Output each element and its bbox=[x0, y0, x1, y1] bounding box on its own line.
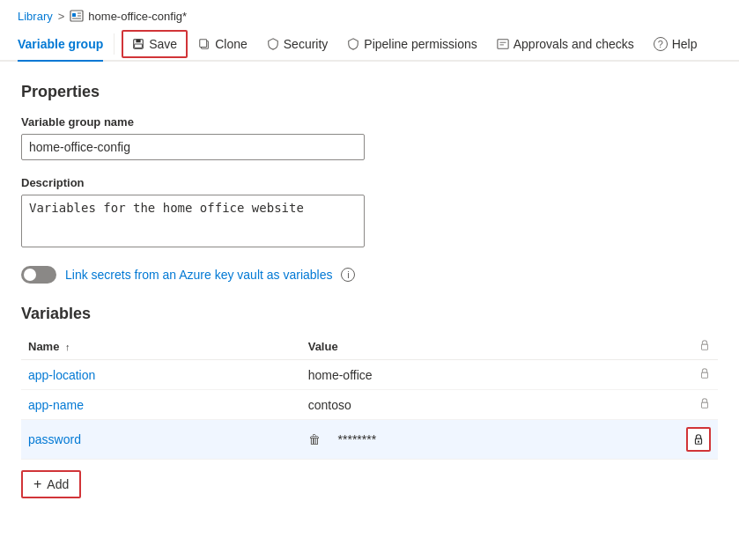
var-name-cell: app-location bbox=[21, 360, 301, 390]
var-value-cell: home-office bbox=[301, 360, 585, 390]
clone-button[interactable]: Clone bbox=[189, 32, 256, 56]
var-name-cell: app-name bbox=[21, 390, 301, 420]
svg-rect-7 bbox=[135, 44, 143, 48]
var-value-cell: 🗑 ******** bbox=[301, 420, 585, 460]
add-icon: + bbox=[33, 477, 41, 491]
lock-icon-inactive bbox=[698, 397, 711, 409]
var-name-link[interactable]: password bbox=[28, 432, 81, 446]
breadcrumb: Library > home-office-config* bbox=[0, 0, 739, 28]
delete-icon[interactable]: 🗑 bbox=[308, 432, 321, 446]
security-button[interactable]: Security bbox=[258, 32, 337, 56]
lock-button[interactable] bbox=[686, 427, 711, 452]
toolbar: Variable group Save Clone Security Pipel… bbox=[0, 28, 739, 62]
breadcrumb-current: home-office-config* bbox=[88, 10, 187, 23]
svg-rect-14 bbox=[702, 372, 708, 378]
approvals-button[interactable]: Approvals and checks bbox=[488, 32, 643, 56]
table-row: password 🗑 ******** bbox=[21, 420, 718, 460]
table-row: app-location home-office bbox=[21, 360, 718, 390]
toggle-row: Link secrets from an Azure key vault as … bbox=[21, 266, 718, 284]
name-field-group: Variable group name bbox=[21, 115, 718, 160]
description-input[interactable]: Variables for the <span style="color:#00… bbox=[21, 195, 365, 247]
table-row: app-name contoso bbox=[21, 390, 718, 420]
properties-title: Properties bbox=[21, 83, 718, 101]
svg-rect-6 bbox=[137, 40, 141, 43]
save-icon bbox=[132, 38, 144, 50]
svg-point-17 bbox=[698, 441, 699, 443]
var-name-cell: password bbox=[21, 420, 301, 460]
add-button[interactable]: + Add bbox=[21, 470, 81, 498]
add-label: Add bbox=[47, 477, 69, 491]
var-name-link[interactable]: app-name bbox=[28, 398, 84, 412]
svg-rect-10 bbox=[498, 40, 508, 49]
name-label: Variable group name bbox=[21, 115, 718, 129]
toggle-label[interactable]: Link secrets from an Azure key vault as … bbox=[65, 268, 332, 282]
lock-icon-active bbox=[692, 433, 705, 446]
svg-rect-1 bbox=[72, 13, 76, 17]
approvals-icon bbox=[497, 38, 509, 50]
key-vault-toggle[interactable] bbox=[21, 266, 56, 284]
col-header-value: Value bbox=[301, 334, 585, 360]
col-header-name: Name ↑ bbox=[21, 334, 301, 360]
col-lock-icon bbox=[698, 339, 711, 351]
toggle-knob bbox=[24, 269, 36, 281]
svg-rect-9 bbox=[200, 40, 207, 48]
variables-title: Variables bbox=[21, 305, 718, 323]
help-button[interactable]: ? Help bbox=[645, 32, 706, 56]
toolbar-divider bbox=[114, 33, 115, 55]
name-input[interactable] bbox=[21, 134, 365, 160]
description-label: Description bbox=[21, 176, 718, 189]
info-icon[interactable]: i bbox=[341, 268, 355, 282]
lock-icon-inactive bbox=[698, 367, 711, 379]
var-lock-cell bbox=[585, 390, 718, 420]
properties-section: Properties Variable group name Descripti… bbox=[21, 83, 718, 284]
svg-rect-13 bbox=[702, 344, 708, 350]
variables-table: Name ↑ Value app-location bbox=[21, 334, 718, 460]
variables-section: Variables Name ↑ Value bbox=[21, 305, 718, 498]
description-field-group: Description Variables for the <span styl… bbox=[21, 176, 718, 250]
var-lock-cell bbox=[585, 360, 718, 390]
tab-variable-group[interactable]: Variable group bbox=[18, 28, 103, 62]
library-icon bbox=[70, 9, 84, 23]
pipeline-icon bbox=[347, 38, 359, 50]
breadcrumb-library-link[interactable]: Library bbox=[18, 10, 53, 23]
breadcrumb-separator: > bbox=[58, 10, 65, 23]
var-value-cell: contoso bbox=[301, 390, 585, 420]
var-name-link[interactable]: app-location bbox=[28, 368, 95, 382]
main-content: Properties Variable group name Descripti… bbox=[0, 62, 739, 512]
table-header-row: Name ↑ Value bbox=[21, 334, 718, 360]
help-icon: ? bbox=[654, 37, 668, 51]
col-header-lock bbox=[585, 334, 718, 360]
svg-rect-15 bbox=[702, 402, 708, 408]
pipeline-permissions-button[interactable]: Pipeline permissions bbox=[338, 32, 485, 56]
var-lock-cell bbox=[585, 420, 718, 460]
sort-icon: ↑ bbox=[65, 342, 70, 352]
security-icon bbox=[267, 38, 279, 50]
clone-icon bbox=[198, 38, 211, 50]
save-button[interactable]: Save bbox=[122, 30, 188, 58]
